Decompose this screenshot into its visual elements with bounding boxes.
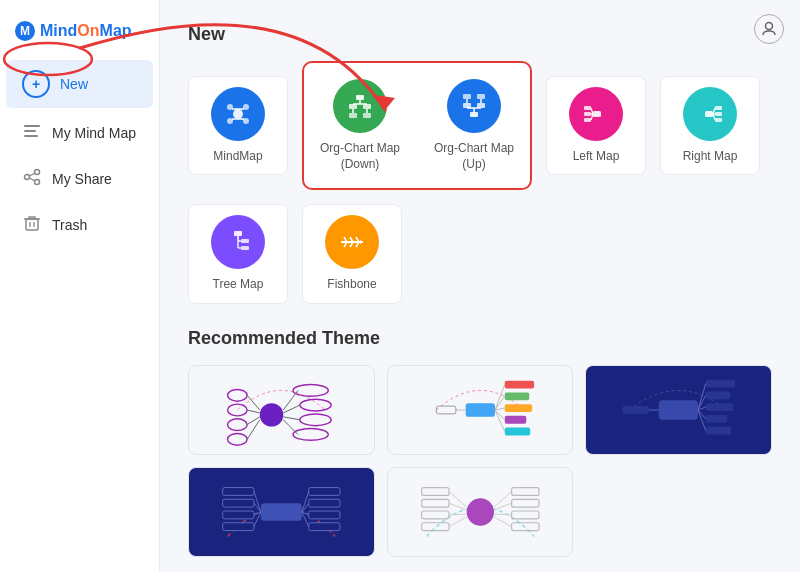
theme-card-1[interactable] (188, 365, 375, 455)
svg-rect-44 (584, 106, 591, 110)
svg-rect-114 (623, 406, 649, 414)
treemap-label: Tree Map (213, 277, 264, 293)
map-card-treemap[interactable]: Tree Map (188, 204, 288, 304)
svg-line-98 (495, 410, 505, 420)
leftmap-icon (569, 87, 623, 141)
svg-rect-92 (504, 404, 531, 412)
svg-line-148 (494, 517, 512, 527)
svg-rect-89 (465, 403, 494, 417)
svg-line-56 (713, 114, 715, 120)
rightmap-icon (683, 87, 737, 141)
map-card-fishbone[interactable]: Fishbone (302, 204, 402, 304)
svg-rect-136 (421, 523, 448, 531)
svg-rect-51 (715, 106, 722, 110)
svg-rect-107 (706, 426, 731, 434)
svg-line-145 (494, 491, 512, 507)
fishbone-label: Fishbone (327, 277, 376, 293)
orgup-icon (447, 79, 501, 133)
sidebar-item-trash[interactable]: Trash (6, 204, 153, 246)
svg-rect-106 (706, 415, 728, 423)
svg-rect-102 (659, 400, 698, 420)
svg-point-8 (25, 175, 30, 180)
svg-line-81 (247, 395, 260, 410)
svg-rect-57 (234, 231, 242, 236)
orgup-label: Org-Chart Map (Up) (432, 141, 516, 172)
svg-rect-119 (223, 523, 254, 531)
svg-point-76 (228, 433, 248, 445)
svg-rect-46 (584, 118, 591, 122)
svg-line-84 (247, 420, 260, 440)
svg-line-144 (449, 517, 467, 527)
theme-card-3[interactable] (585, 365, 772, 455)
svg-line-87 (283, 417, 300, 420)
sidebar-item-new[interactable]: + New (6, 60, 153, 108)
svg-rect-115 (261, 503, 302, 521)
svg-rect-59 (241, 246, 249, 250)
mindmap-label: MindMap (213, 149, 262, 165)
map-card-orgup[interactable]: Org-Chart Map (Up) (424, 69, 524, 182)
svg-rect-6 (24, 135, 38, 137)
new-icon-circle: + (22, 70, 50, 98)
map-card-rightmap[interactable]: Right Map (660, 76, 760, 176)
svg-point-78 (300, 399, 331, 411)
svg-rect-5 (24, 130, 36, 132)
svg-point-7 (35, 170, 40, 175)
svg-rect-122 (309, 511, 340, 519)
map-card-mindmap[interactable]: MindMap (188, 76, 288, 176)
svg-point-77 (293, 384, 328, 396)
sidebar-item-mymindmap[interactable]: My Mind Map (6, 112, 153, 154)
svg-rect-117 (223, 499, 254, 507)
sidebar-trash-label: Trash (52, 217, 87, 233)
svg-rect-134 (421, 499, 448, 507)
svg-point-73 (228, 389, 248, 401)
svg-rect-101 (436, 406, 456, 414)
svg-rect-121 (309, 499, 340, 507)
svg-line-49 (591, 114, 593, 120)
map-card-leftmap[interactable]: Left Map (546, 76, 646, 176)
svg-rect-91 (504, 392, 528, 400)
trash-icon (22, 214, 42, 236)
svg-line-54 (713, 108, 715, 114)
svg-rect-118 (223, 511, 254, 519)
theme-card-2[interactable] (387, 365, 574, 455)
theme-card-4[interactable] (188, 467, 375, 557)
svg-rect-138 (511, 499, 538, 507)
logo-icon: M (14, 20, 36, 42)
orgdown-icon (333, 79, 387, 133)
svg-rect-50 (705, 111, 713, 117)
svg-rect-53 (715, 118, 722, 122)
svg-rect-93 (504, 416, 526, 424)
svg-rect-105 (706, 403, 733, 411)
svg-rect-34 (470, 112, 478, 117)
svg-line-112 (698, 410, 706, 431)
svg-rect-120 (309, 487, 340, 495)
recommended-section-title: Recommended Theme (188, 328, 772, 349)
svg-line-141 (449, 491, 467, 507)
theme-card-5[interactable] (387, 467, 574, 557)
svg-rect-37 (463, 94, 471, 99)
rightmap-label: Right Map (683, 149, 738, 165)
sidebar-myshare-label: My Share (52, 171, 112, 187)
svg-rect-52 (715, 112, 722, 116)
leftmap-label: Left Map (573, 149, 620, 165)
sidebar: M MindOnMap + New My Mind Map My Share T… (0, 0, 160, 572)
user-avatar[interactable] (754, 14, 784, 44)
svg-rect-90 (504, 380, 533, 388)
orgdown-label: Org-Chart Map (Down) (318, 141, 402, 172)
svg-point-132 (466, 498, 493, 525)
map-card-orgdown[interactable]: Org-Chart Map (Down) (310, 69, 410, 182)
sidebar-item-myshare[interactable]: My Share (6, 158, 153, 200)
svg-line-124 (254, 491, 261, 512)
sidebar-new-label: New (60, 76, 88, 92)
map-cards-row: MindMap (188, 61, 772, 190)
mindmap-list-icon (22, 122, 42, 144)
svg-rect-45 (584, 112, 591, 116)
svg-rect-29 (363, 113, 371, 118)
svg-rect-139 (511, 511, 538, 519)
sidebar-mymindmap-label: My Mind Map (52, 125, 136, 141)
svg-rect-58 (241, 239, 249, 243)
svg-rect-25 (356, 95, 364, 100)
svg-text:M: M (20, 24, 30, 38)
svg-rect-133 (421, 487, 448, 495)
svg-line-147 (494, 514, 512, 515)
